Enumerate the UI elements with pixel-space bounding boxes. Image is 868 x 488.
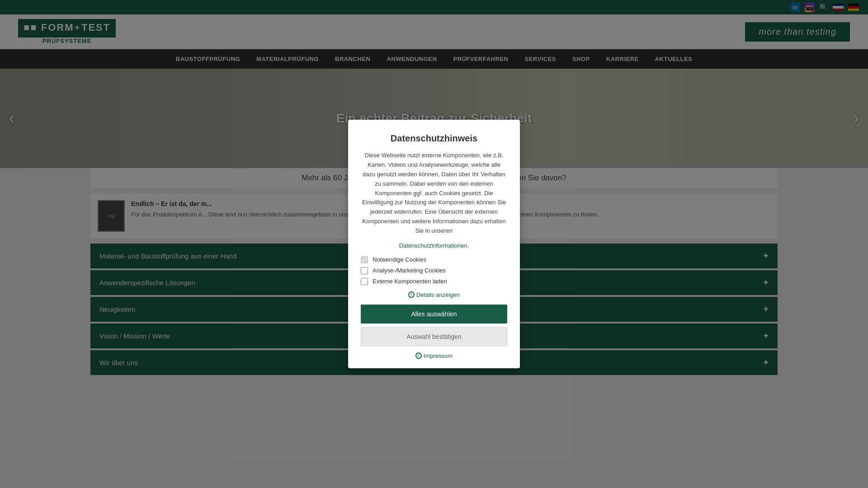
impressum-link[interactable]: Impressum	[361, 352, 507, 359]
modal-title: Datenschutzhinweis	[361, 133, 507, 144]
details-link[interactable]: Details anzeigen	[361, 291, 507, 298]
accept-all-button[interactable]: Alles auswählen	[361, 305, 507, 324]
datenschutz-link[interactable]: Datenschutzinformationen.	[361, 242, 507, 249]
cookie-checkbox-0	[361, 256, 368, 263]
cookie-label-1: Analyse-/Marketing Cookies	[373, 267, 446, 274]
details-label: Details anzeigen	[416, 291, 460, 298]
cookie-checkbox-2[interactable]	[361, 278, 368, 285]
modal-body: Diese Webseite nutzt externe Komponenten…	[361, 151, 507, 235]
modal-overlay: Datenschutzhinweis Diese Webseite nutzt …	[0, 0, 868, 377]
cookie-options: Notwendige CookiesAnalyse-/Marketing Coo…	[361, 256, 507, 285]
info-icon	[408, 291, 415, 298]
cookie-checkbox-1[interactable]	[361, 267, 368, 274]
info-icon-impressum	[415, 352, 422, 359]
cookie-modal: Datenschutzhinweis Diese Webseite nutzt …	[348, 120, 520, 368]
confirm-selection-button[interactable]: Auswahl bestätigen	[361, 327, 507, 346]
cookie-label-0: Notwendige Cookies	[373, 256, 426, 263]
impressum-label: Impressum	[424, 352, 453, 359]
cookie-option-1: Analyse-/Marketing Cookies	[361, 267, 507, 274]
cookie-label-2: Externe Komponenten laden	[373, 278, 447, 285]
cookie-option-0: Notwendige Cookies	[361, 256, 507, 263]
cookie-option-2: Externe Komponenten laden	[361, 278, 507, 285]
